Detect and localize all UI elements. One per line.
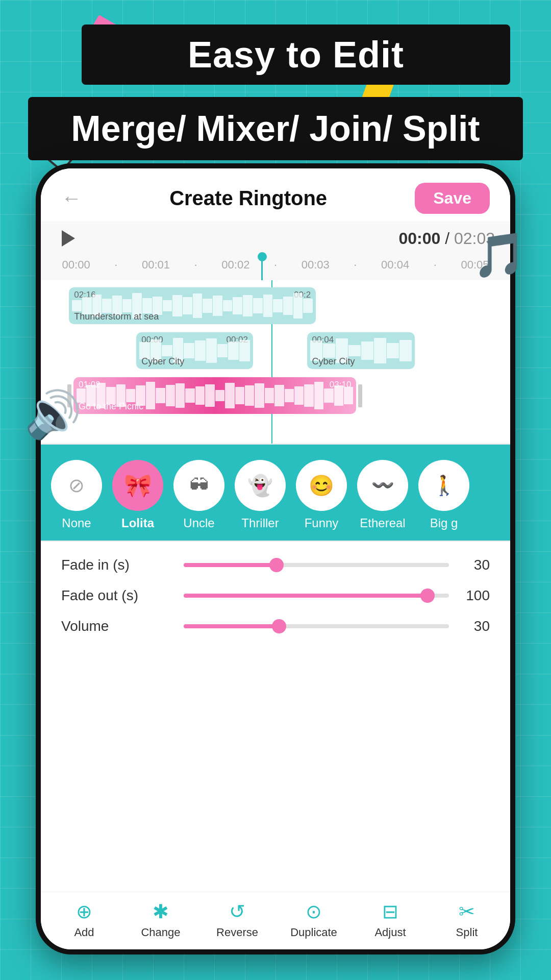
speaker-icon: 🔊	[24, 388, 82, 442]
split-label: Split	[456, 926, 478, 939]
duplicate-label: Duplicate	[290, 926, 337, 939]
app-header: ← Create Ringtone Save	[41, 168, 510, 221]
ruler-playhead	[261, 255, 263, 280]
effect-uncle[interactable]: 🕶 Uncle	[173, 460, 224, 530]
volume-fill	[184, 624, 279, 628]
effect-lolita-circle[interactable]: 🎀	[112, 460, 163, 511]
toolbar-reverse[interactable]: ↺ Reverse	[212, 900, 263, 939]
save-button[interactable]: Save	[415, 183, 490, 214]
ruler-mark-1: ·	[96, 258, 136, 272]
toolbar-duplicate[interactable]: ⊙ Duplicate	[288, 900, 339, 939]
playhead-dot	[258, 252, 267, 261]
track-clip-cybercity2[interactable]: 00:04 Cyber City	[307, 332, 415, 369]
easy-to-edit-banner: Easy to Edit	[82, 24, 510, 85]
track-label-2: Cyber City	[141, 356, 248, 367]
slider-row-fadein: Fade in (s) 30	[61, 557, 490, 573]
split-icon: ✂	[459, 900, 475, 923]
fadeout-track[interactable]	[184, 594, 449, 598]
effect-ethereal[interactable]: 〰️ Ethereal	[357, 460, 408, 530]
ruler-mark-4: 00:02	[216, 258, 256, 272]
fadein-track[interactable]	[184, 563, 449, 567]
bottom-toolbar: ⊕ Add ✱ Change ↺ Reverse ⊙ Duplicate ⊟ A…	[41, 892, 510, 949]
ruler-mark-3: ·	[176, 258, 216, 272]
effect-uncle-label: Uncle	[183, 516, 214, 530]
fadein-label: Fade in (s)	[61, 557, 173, 573]
track-clip-cybercity1[interactable]: 00:00 00:02 Cyber City	[136, 332, 253, 369]
track-row-2: 00:00 00:02 Cyber City 00:04	[51, 330, 500, 371]
effect-funny-circle[interactable]: 😊	[296, 460, 347, 511]
easy-to-edit-text: Easy to Edit	[188, 34, 404, 75]
volume-label: Volume	[61, 618, 173, 634]
slider-row-fadeout: Fade out (s) 100	[61, 587, 490, 604]
toolbar-split[interactable]: ✂ Split	[441, 900, 492, 939]
toolbar-add[interactable]: ⊕ Add	[59, 900, 110, 939]
fadeout-thumb	[420, 589, 435, 603]
effect-none-label: None	[62, 516, 91, 530]
effects-row: ⊘ None 🎀 Lolita 🕶 Uncle	[51, 460, 500, 530]
transport-bar: 00:00 / 02:03	[41, 226, 510, 255]
add-label: Add	[74, 926, 94, 939]
effect-bigg-circle[interactable]: 🚶	[418, 460, 469, 511]
uncle-icon: 🕶	[189, 475, 209, 497]
back-button[interactable]: ←	[61, 187, 82, 210]
effect-none-circle[interactable]: ⊘	[51, 460, 102, 511]
adjust-label: Adjust	[374, 926, 406, 939]
toolbar-adjust[interactable]: ⊟ Adjust	[365, 900, 416, 939]
merge-banner: Merge/ Mixer/ Join/ Split	[28, 97, 523, 160]
effect-bigg-label: Big g	[430, 516, 458, 530]
fadeout-fill	[184, 594, 428, 598]
effect-thriller-circle[interactable]: 👻	[235, 460, 286, 511]
track-row-3: 01:02 03:10	[51, 375, 500, 416]
sliders-section: Fade in (s) 30 Fade out (s) 100 Volume	[41, 542, 510, 664]
timeline-ruler: 00:00 · 00:01 · 00:02 · 00:03 · 00:04 · …	[41, 255, 510, 275]
fadein-fill	[184, 563, 277, 567]
effect-funny-label: Funny	[305, 516, 339, 530]
phone-mockup: ← Create Ringtone Save 00:00 / 02:03 00:…	[36, 163, 515, 954]
timeline-area: 00:00 / 02:03 00:00 · 00:01 · 00:02 · 00…	[41, 221, 510, 280]
tracks-container: 02:16 00:2	[41, 280, 510, 444]
reverse-label: Reverse	[216, 926, 258, 939]
effect-ethereal-circle[interactable]: 〰️	[357, 460, 408, 511]
track-row-1: 02:16 00:2	[51, 285, 500, 326]
effect-big-g[interactable]: 🚶 Big g	[418, 460, 469, 530]
toolbar-change[interactable]: ✱ Change	[135, 900, 186, 939]
effect-lolita[interactable]: 🎀 Lolita	[112, 460, 163, 530]
none-icon: ⊘	[68, 474, 85, 497]
track-label-3: Cyber City	[312, 356, 410, 367]
track-clip-picnic[interactable]: 01:02 03:10	[73, 377, 356, 414]
effect-funny[interactable]: 😊 Funny	[296, 460, 347, 530]
big-g-icon: 🚶	[432, 474, 456, 497]
duplicate-icon: ⊙	[306, 900, 322, 923]
effect-thriller[interactable]: 👻 Thriller	[235, 460, 286, 530]
ruler-marks: 00:00 · 00:01 · 00:02 · 00:03 · 00:04 · …	[56, 258, 495, 272]
ruler-mark-7: ·	[335, 258, 375, 272]
ruler-mark-2: 00:01	[136, 258, 176, 272]
trim-handle-right[interactable]	[358, 384, 362, 407]
effect-none[interactable]: ⊘ None	[51, 460, 102, 530]
funny-icon: 😊	[309, 474, 334, 498]
play-triangle-icon	[62, 230, 75, 247]
ruler-mark-0: 00:00	[56, 258, 96, 272]
phone-screen: ← Create Ringtone Save 00:00 / 02:03 00:…	[41, 168, 510, 949]
track-clip-thunderstorm[interactable]: 02:16 00:2	[69, 287, 316, 324]
volume-value: 30	[459, 618, 490, 634]
lolita-icon: 🎀	[124, 472, 152, 499]
fadein-value: 30	[459, 557, 490, 573]
adjust-icon: ⊟	[382, 900, 398, 923]
effects-section: ⊘ None 🎀 Lolita 🕶 Uncle	[41, 445, 510, 541]
slider-row-volume: Volume 30	[61, 618, 490, 634]
effect-lolita-label: Lolita	[121, 516, 154, 530]
effect-uncle-circle[interactable]: 🕶	[173, 460, 224, 511]
effect-thriller-label: Thriller	[241, 516, 279, 530]
fadeout-label: Fade out (s)	[61, 587, 173, 604]
add-icon: ⊕	[76, 900, 92, 923]
ethereal-icon: 〰️	[371, 475, 394, 496]
time-current: 00:00	[398, 229, 440, 248]
fadeout-value: 100	[459, 587, 490, 604]
change-icon: ✱	[153, 900, 169, 923]
reverse-icon: ↺	[229, 900, 245, 923]
play-button[interactable]	[56, 226, 81, 251]
volume-track[interactable]	[184, 624, 449, 628]
effect-ethereal-label: Ethereal	[360, 516, 405, 530]
volume-thumb	[272, 619, 286, 633]
